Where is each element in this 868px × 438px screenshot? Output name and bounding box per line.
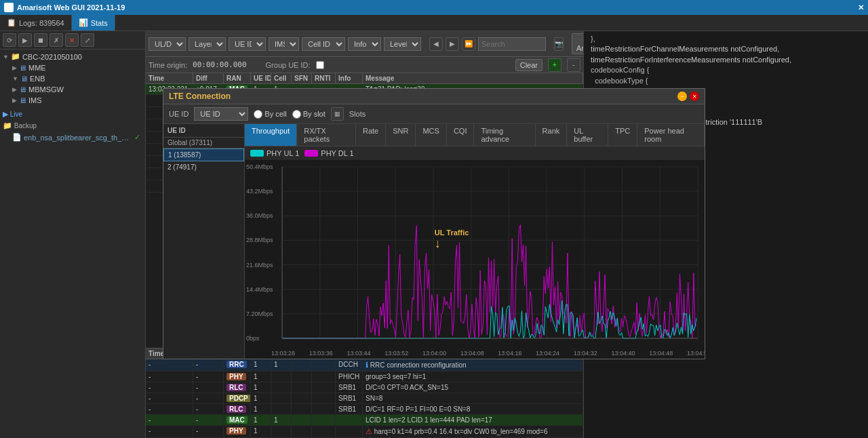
log-cell-msg: SN=8 [363,393,583,403]
tree-item-enb[interactable]: ▼ 🖥 ENB [0,73,145,84]
tree-item-backup[interactable]: 📁 Backup [0,120,145,132]
slots-icon: ▦ [331,107,344,121]
node-icon: 🖥 [19,85,26,94]
minus-button[interactable]: - [567,58,580,72]
tree-item-enb-label: ENB [30,75,45,83]
log-cell-ran: MAC [224,415,251,425]
log-cell-rnti [312,372,336,382]
tab-throughput[interactable]: Throughput [245,124,297,146]
tree-area: ▼ 📁 CBC-2021050100 ▶ 🖥 MME ▼ 🖥 ENB ▶ 🖥 M… [0,49,145,438]
group-ue-checkbox[interactable] [316,61,324,69]
stats-minimize-button[interactable]: − [677,92,687,101]
layer-select[interactable]: Layer [189,37,226,51]
tab-cqi[interactable]: CQI [447,124,475,146]
badge-phy: PHY [226,373,246,380]
bottom-log-row[interactable]: - - RLC 1 SRB1 D/C=1 RF=0 P=1 FI=00 E=0 … [146,404,583,415]
log-cell-info: PHICH [336,372,363,382]
stats-close-button[interactable]: ✕ [690,92,699,101]
level-select[interactable]: Level [384,37,421,51]
ue-list-global[interactable]: Global (37311) [163,138,244,148]
log-cell-msg: group=3 seq=7 hi=1 [363,372,583,382]
tab-rank[interactable]: Rank [536,124,568,146]
add-button[interactable]: + [548,58,561,72]
tab-snr[interactable]: SNR [386,124,416,146]
time-row: Time origin: 00:00:00.000 Group UE ID: C… [146,57,583,73]
sidebar: ⟳ ▶ ⏹ ✗ ✕ ⤢ ▼ 📁 CBC-2021050100 ▶ 🖥 MME ▼… [0,31,146,438]
log-cell-diff: - [193,393,224,403]
arrow-icon: ▶ [12,86,17,93]
nav-next-button[interactable]: ▶ [446,37,459,51]
log-cell-info: SRB1 [336,393,363,403]
log-cell-sfn [292,372,312,382]
log-cell-sfn [292,382,312,393]
tree-item-mme[interactable]: ▶ 🖥 MME [0,62,145,73]
bottom-log-row[interactable]: - - PHY 1 PHICH group=3 seq=7 hi=1 [146,372,583,382]
camera-icon[interactable]: 📷 [554,37,564,51]
tab-logs[interactable]: 📋 Logs: 839564 [0,15,72,31]
search-input[interactable] [478,37,546,51]
log-cell-sfn [292,393,312,403]
col-hdr-ran: RAN [224,73,251,83]
badge-mac: MAC [226,416,248,424]
cell-id-select[interactable]: Cell ID [302,37,345,51]
info-select[interactable]: Info [348,37,381,51]
tree-item-ims[interactable]: ▶ 🖥 IMS [0,95,145,106]
tab-timing[interactable]: Timing advance [474,124,535,146]
bottom-log-row[interactable]: - - PHY 1 ⚠ harq=0 k1=4 prb=0.4 16.4 tx=… [146,426,583,438]
bottom-log-row[interactable]: - - RLC 1 SRB1 D/C=0 CPT=0 ACK_SN=15 [146,382,583,393]
tree-item-mbmsgw[interactable]: ▶ 🖥 MBMSGW [0,84,145,95]
stop-button[interactable]: ⏹ [34,33,47,47]
log-cell-time: - [146,415,193,425]
clear-button[interactable]: Clear [515,59,542,71]
close-window-button[interactable]: ✕ [858,3,864,12]
log-cell-diff: - [193,382,224,393]
by-slot-radio[interactable] [292,110,301,119]
ue-list: UE ID Global (37311) 1 (138587) 2 (74917… [163,124,245,359]
refresh-button[interactable]: ⟳ [3,33,16,47]
tab-mcs[interactable]: MCS [416,124,446,146]
tab-tpc[interactable]: TPC [608,124,637,146]
bottom-log-row[interactable]: - - RRC 1 1 DCCH ℹ RRC connection reconf… [146,359,583,372]
title-bar: A Amarisoft Web GUI 2021-11-19 ✕ [0,0,868,15]
tab-logs-label: Logs: 839564 [19,19,64,27]
nav-end-button[interactable]: ⏩ [462,37,475,51]
col-hdr-info: Info [336,73,363,83]
imsi-select[interactable]: IMSI [269,37,299,51]
tab-power[interactable]: Power head room [637,124,705,146]
tab-rxtx[interactable]: RX/TX packets [297,124,356,146]
analytics-button[interactable]: 📈 Analytics [572,33,583,54]
tab-stats[interactable]: 📊 Stats [72,15,115,31]
throughput-chart [245,160,705,359]
ue-list-item-2[interactable]: 2 (74917) [163,161,244,173]
by-cell-radio[interactable] [254,110,262,119]
error-button[interactable]: ✕ [65,33,79,47]
play-button[interactable]: ▶ [18,33,32,47]
tab-stats-label: Stats [91,19,108,27]
col-hdr-sfn: SFN [292,73,312,83]
log-cell-cell [271,372,292,382]
ue-list-item-1[interactable]: 1 (138587) [163,148,244,161]
log-cell-cell: 1 [271,415,292,425]
log-cell-info: SRB1 [336,382,363,393]
tree-item-live[interactable]: ▶ Live [0,108,145,120]
log-cell-info: DCCH [336,359,363,371]
stats-titlebar: LTE Connection − ✕ [163,89,705,104]
tree-item-cbc[interactable]: ▼ 📁 CBC-2021050100 [0,51,145,62]
log-cell-time: - [146,404,193,414]
slots-label: Slots [349,110,366,118]
ue-id-select[interactable]: UE ID [229,37,266,51]
log-cell-diff: - [193,359,224,371]
disconnect-button[interactable]: ✗ [50,33,63,47]
log-cell-cell [271,404,292,414]
tab-ul-buffer[interactable]: UL buffer [567,124,608,146]
tab-rate[interactable]: Rate [356,124,386,146]
tab-bar: 📋 Logs: 839564 📊 Stats [0,15,868,31]
ue-id-dropdown[interactable]: UE ID [194,107,248,121]
bottom-log-row[interactable]: - - PDCP 1 SRB1 SN=8 [146,393,583,404]
ul-dl-select[interactable]: UL/DL [149,37,186,51]
ue-id-dropdown-label: UE ID [169,110,189,118]
nav-prev-button[interactable]: ◀ [429,37,443,51]
bottom-log-row[interactable]: - - MAC 1 1 LCID 1 len=2 LCID 1 len=444 … [146,415,583,426]
expand-button[interactable]: ⤢ [81,33,94,47]
tree-item-logfile[interactable]: 📄 enb_nsa_splitbearer_scg_th_0.log ✓ [0,132,145,143]
